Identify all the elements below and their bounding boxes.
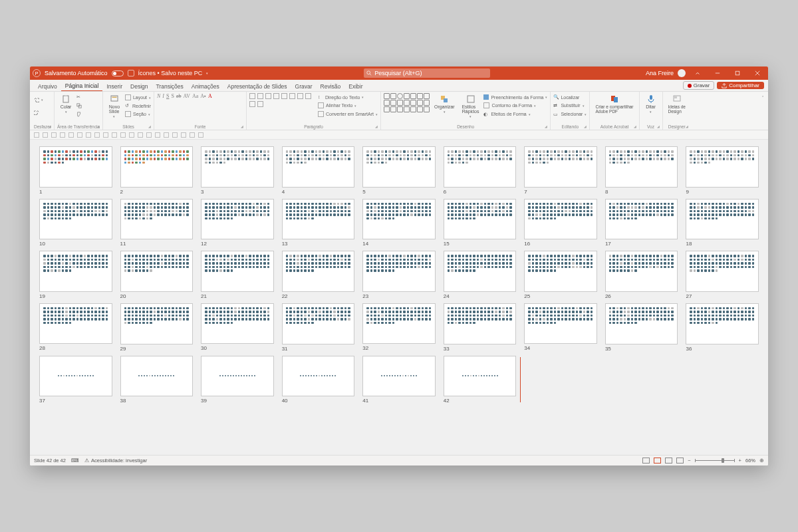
tab-design[interactable]: Design [126, 82, 152, 91]
zoom-slider[interactable] [695, 460, 735, 461]
slide-thumb-35[interactable] [605, 303, 678, 344]
slide-thumb-9[interactable] [686, 146, 759, 188]
shape-effects-button[interactable]: ◐Efeitos de Forma ▾ [483, 111, 547, 118]
qat-button[interactable] [86, 132, 91, 138]
tab-apresentacao[interactable]: Apresentação de Slides [223, 82, 291, 91]
normal-view-button[interactable] [642, 458, 650, 464]
slide-thumb-15[interactable] [444, 199, 517, 240]
slide-thumb-12[interactable] [201, 199, 274, 240]
chevron-down-icon[interactable]: ▾ [206, 71, 208, 75]
slide-thumb-8[interactable] [605, 146, 678, 188]
qat-button[interactable] [51, 132, 57, 138]
slide-thumb-30[interactable] [201, 303, 274, 344]
qat-button[interactable] [164, 132, 169, 138]
shape-fill-button[interactable]: Preenchimento da Forma ▾ [483, 94, 547, 100]
maximize-button[interactable] [730, 66, 745, 80]
qat-button[interactable] [60, 132, 65, 138]
slide-thumb-18[interactable] [686, 199, 759, 240]
record-button[interactable]: Gravar [683, 81, 714, 90]
slide-thumb-10[interactable] [39, 199, 112, 240]
qat-button[interactable] [190, 132, 195, 138]
qat-button[interactable] [34, 132, 39, 138]
section-button[interactable]: Seção ▾ [125, 110, 151, 118]
tab-pagina-inicial[interactable]: Página Inicial [61, 81, 103, 91]
paste-button[interactable]: Colar▾ [57, 93, 74, 115]
slide-thumb-28[interactable] [39, 303, 112, 344]
language-button[interactable]: ⌨ [71, 458, 79, 464]
slide-thumb-36[interactable] [686, 303, 759, 344]
qat-button[interactable] [103, 132, 108, 138]
slide-thumb-17[interactable] [605, 199, 678, 240]
shape-gallery[interactable] [384, 93, 430, 112]
slide-thumb-37[interactable] [39, 356, 112, 397]
acrobat-button[interactable]: Criar e compartilhar Adobe PDF [593, 93, 636, 115]
slide-thumb-5[interactable] [362, 146, 436, 188]
quick-styles-button[interactable]: Estilos Rápidos▾ [460, 93, 482, 120]
slide-thumb-33[interactable] [444, 303, 517, 344]
qat-button[interactable] [77, 132, 82, 138]
slide-thumb-13[interactable] [282, 199, 355, 240]
slide-thumb-34[interactable] [524, 303, 597, 344]
new-slide-button[interactable]: Novo Slide▾ [106, 93, 123, 120]
qat-button[interactable] [138, 132, 143, 138]
slide-thumb-23[interactable] [362, 251, 436, 292]
slide-thumb-6[interactable] [444, 146, 517, 188]
collapse-ribbon-button[interactable]: ⌃ [759, 92, 767, 130]
tab-exibir[interactable]: Exibir [344, 82, 366, 91]
slide-thumb-7[interactable] [524, 146, 597, 188]
fit-to-window-button[interactable]: ⊕ [759, 458, 764, 464]
slide-thumb-40[interactable] [282, 356, 355, 397]
slide-thumb-24[interactable] [444, 251, 517, 292]
convert-smartart-button[interactable]: Converter em SmartArt ▾ [318, 110, 378, 118]
layout-button[interactable]: Layout ▾ [125, 94, 151, 101]
zoom-value[interactable]: 66% [745, 458, 755, 464]
shape-outline-button[interactable]: Contorno da Forma ▾ [483, 102, 547, 109]
slide-thumb-38[interactable] [120, 356, 194, 397]
tab-inserir[interactable]: Inserir [102, 82, 126, 91]
slide-thumb-42[interactable] [444, 356, 517, 397]
tab-gravar[interactable]: Gravar [291, 82, 317, 91]
copy-button[interactable] [76, 102, 82, 109]
cut-button[interactable]: ✂ [76, 94, 82, 100]
font-controls[interactable]: NISSabAVAaA▪A [157, 93, 243, 99]
slideshow-view-button[interactable] [676, 458, 684, 464]
replace-button[interactable]: ⇄Substituir ▾ [553, 102, 587, 109]
slide-thumb-16[interactable] [524, 199, 597, 240]
qat-button[interactable] [68, 132, 74, 138]
qat-button[interactable] [146, 132, 152, 138]
slide-thumb-29[interactable] [120, 303, 194, 344]
ribbon-mode-icon[interactable] [690, 66, 706, 80]
undo-button[interactable]: ▾ [34, 96, 43, 103]
slide-thumb-39[interactable] [201, 356, 274, 397]
align-text-button[interactable]: Alinhar Texto ▾ [318, 102, 378, 109]
find-button[interactable]: 🔍Localizar [553, 94, 587, 100]
slide-thumb-19[interactable] [39, 251, 112, 292]
qat-button[interactable] [120, 132, 126, 138]
qat-button[interactable] [43, 132, 48, 138]
slide-thumb-20[interactable] [120, 251, 194, 292]
slide-sorter-view-button[interactable] [654, 458, 661, 464]
share-button[interactable]: Compartilhar [717, 82, 764, 89]
search-input[interactable]: Pesquisar (Alt+G) [364, 68, 490, 78]
qat-button[interactable] [155, 132, 160, 138]
slide-thumb-2[interactable] [120, 146, 194, 188]
slide-thumb-32[interactable] [362, 303, 436, 344]
accessibility-button[interactable]: ⚠Acessibilidade: investigar [84, 458, 147, 464]
slide-thumb-1[interactable] [39, 146, 112, 188]
qat-button[interactable] [94, 132, 100, 138]
slide-thumb-21[interactable] [201, 251, 274, 292]
dictate-button[interactable]: Ditar▾ [642, 93, 660, 115]
redo-button[interactable] [34, 109, 43, 116]
tab-transicoes[interactable]: Transições [152, 82, 187, 91]
avatar[interactable] [678, 69, 686, 77]
save-icon[interactable] [128, 70, 134, 76]
arrange-button[interactable]: Organizar▾ [432, 93, 458, 115]
qat-button[interactable] [181, 132, 186, 138]
design-ideas-button[interactable]: Ideias de Design [666, 93, 688, 115]
qat-button[interactable] [129, 132, 134, 138]
qat-button[interactable] [172, 132, 178, 138]
tab-arquivo[interactable]: Arquivo [34, 82, 61, 91]
qat-button[interactable] [112, 132, 117, 138]
slide-thumb-26[interactable] [605, 251, 678, 292]
slide-thumb-27[interactable] [686, 251, 759, 292]
